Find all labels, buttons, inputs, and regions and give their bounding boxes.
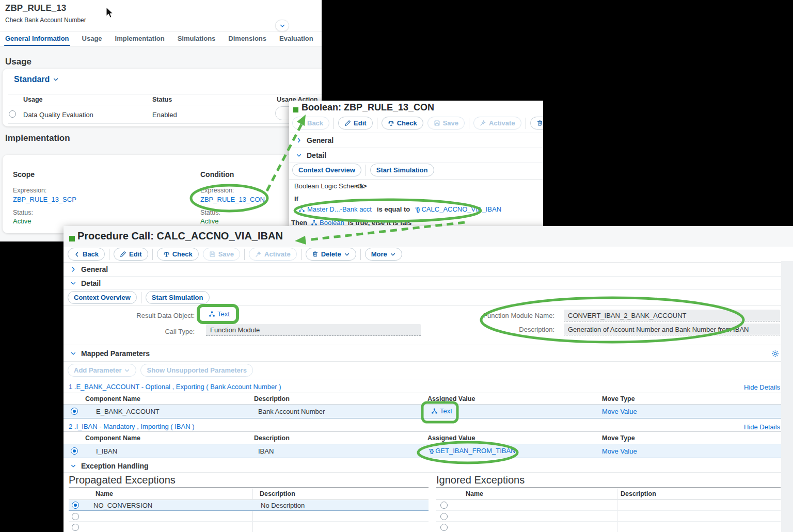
check-label: Check (172, 250, 193, 258)
assigned-value-link[interactable]: Text (431, 407, 452, 415)
toolbar-separator (141, 292, 141, 303)
header-collapse-button[interactable] (275, 20, 289, 31)
tab-simulations[interactable]: Simulations (178, 35, 216, 43)
usage-row-radio[interactable] (9, 110, 16, 118)
tab-usage[interactable]: Usage (82, 35, 102, 43)
delete-button[interactable]: Delete (530, 117, 543, 130)
show-unsupported-parameters-button[interactable]: Show Unsupported Parameters (140, 364, 253, 377)
delete-button[interactable]: Delete (306, 248, 356, 261)
condition-lhs-link[interactable]: Master D...-Bank acct (298, 205, 372, 213)
toolbar-separator (244, 249, 245, 260)
call-type-field: Function Module (206, 324, 421, 336)
chevron-down-icon (344, 251, 350, 257)
chevron-right-icon (296, 137, 302, 143)
variant-selector[interactable]: Standard (14, 75, 59, 84)
move-type-link[interactable]: Move Value (602, 408, 637, 415)
start-simulation-label: Start Simulation (376, 166, 428, 174)
parameter-group-1-header[interactable]: 1 .E_BANK_ACCOUNT - Optional , Exporting… (69, 383, 281, 391)
scope-expression-link[interactable]: ZBP_RULE_13_SCP (13, 196, 76, 203)
tab-evaluation[interactable]: Evaluation (279, 35, 313, 43)
divider (8, 105, 322, 105)
pencil-icon (120, 251, 126, 257)
result-data-object-value: Text (217, 310, 230, 318)
activate-button[interactable]: Activate (473, 117, 521, 130)
chevron-down-icon (53, 76, 59, 83)
component-name-header: Component Name (85, 434, 140, 442)
general-section-header[interactable]: General (289, 133, 543, 148)
exception-handling-header[interactable]: Exception Handling (64, 459, 793, 473)
exception-description-cell: No Description (261, 502, 305, 509)
divider (436, 487, 781, 488)
activate-icon (255, 251, 262, 257)
parameter-group-2-header[interactable]: 2 .I_IBAN - Mandatory , Importing ( IBAN… (69, 423, 194, 430)
add-parameter-button[interactable]: Add Parameter (68, 364, 136, 377)
usage-cell: Data Quality Evaluation (23, 111, 93, 119)
save-icon (209, 251, 216, 257)
context-overview-button[interactable]: Context Overview (292, 164, 361, 176)
procedure-call-window: Procedure Call: CALC_ACCNO_VIA_IBAN Back… (64, 226, 793, 532)
empty-exception-row[interactable] (436, 511, 781, 522)
condition-expression-link[interactable]: ZBP_RULE_13_CON (200, 196, 265, 203)
scope-heading: Scope (13, 170, 35, 179)
row-radio[interactable] (72, 524, 79, 531)
detail-section-header[interactable]: Detail (289, 148, 543, 163)
exception-row[interactable]: NO_CONVERSION No Description (69, 500, 429, 511)
tab-implementation[interactable]: Implementation (115, 35, 165, 43)
parameter-row[interactable]: I_IBAN IBAN '{} GET_IBAN_FROM_TIBAN Move… (64, 444, 793, 458)
description-header: Description (621, 490, 656, 497)
move-type-header: Move Type (602, 434, 635, 442)
save-button[interactable]: Save (427, 117, 465, 130)
assigned-value-header: Assigned Value (427, 434, 475, 442)
move-type-link[interactable]: Move Value (602, 447, 637, 455)
assigned-value-link[interactable]: '{} GET_IBAN_FROM_TIBAN (429, 447, 516, 455)
row-radio[interactable] (440, 513, 448, 520)
parameter-actions: Add Parameter Show Unsupported Parameter… (68, 364, 253, 377)
empty-exception-row[interactable] (436, 522, 781, 532)
function-module-field: CONVERT_IBAN_2_BANK_ACCOUNT (564, 310, 780, 321)
then-object-link[interactable]: Boolean (311, 219, 344, 226)
activate-button[interactable]: Activate (249, 248, 297, 261)
empty-exception-row[interactable] (69, 511, 429, 522)
general-section-header[interactable]: General (64, 263, 793, 277)
condition-lhs-label: Master D...-Bank acct (307, 205, 372, 213)
schema-label: Boolean Logic Schema: (294, 182, 365, 190)
more-label: More (371, 250, 387, 258)
detail-section-label: Detail (81, 279, 101, 287)
row-radio[interactable] (71, 447, 78, 455)
more-button[interactable]: More (365, 248, 402, 261)
context-overview-button[interactable]: Context Overview (68, 291, 137, 304)
hide-details-link[interactable]: Hide Details (744, 383, 780, 391)
check-button[interactable]: Check (157, 248, 199, 261)
row-radio[interactable] (440, 524, 448, 531)
start-simulation-button[interactable]: Start Simulation (146, 291, 210, 304)
row-radio[interactable] (440, 502, 448, 509)
then-object-label: Boolean (320, 219, 344, 226)
tab-general-information[interactable]: General Information (5, 35, 69, 43)
row-radio[interactable] (72, 513, 79, 520)
save-button[interactable]: Save (203, 248, 240, 261)
row-radio[interactable] (72, 502, 79, 509)
parameter-row[interactable]: E_BANK_ACCOUNT Bank Account Number Text … (64, 405, 793, 418)
condition-rhs-link[interactable]: '{} CALC_ACCNO_VIA_IBAN (415, 205, 501, 213)
back-button[interactable]: Back (68, 248, 105, 261)
chevron-down-icon (70, 350, 76, 357)
empty-exception-row[interactable] (69, 522, 429, 532)
result-data-object-link[interactable]: Text (209, 310, 230, 318)
start-simulation-button[interactable]: Start Simulation (370, 164, 434, 176)
check-button[interactable]: Check (382, 117, 423, 130)
edit-button[interactable]: Edit (114, 248, 148, 261)
mapped-parameters-header[interactable]: Mapped Parameters (64, 345, 793, 362)
condition-status-value: Active (200, 217, 218, 225)
empty-exception-row[interactable] (436, 500, 781, 511)
detail-section-header[interactable]: Detail (64, 277, 793, 290)
divider (64, 431, 793, 432)
edit-button[interactable]: Edit (338, 117, 373, 130)
row-radio[interactable] (71, 408, 78, 415)
tab-dimensions[interactable]: Dimensions (228, 35, 266, 43)
hide-details-link[interactable]: Hide Details (744, 423, 780, 431)
chevron-down-icon (296, 152, 302, 158)
back-button[interactable]: Back (292, 117, 329, 130)
propagated-exceptions-heading: Propagated Exceptions (69, 474, 176, 486)
gear-icon[interactable] (771, 350, 779, 358)
general-section-label: General (307, 136, 334, 144)
